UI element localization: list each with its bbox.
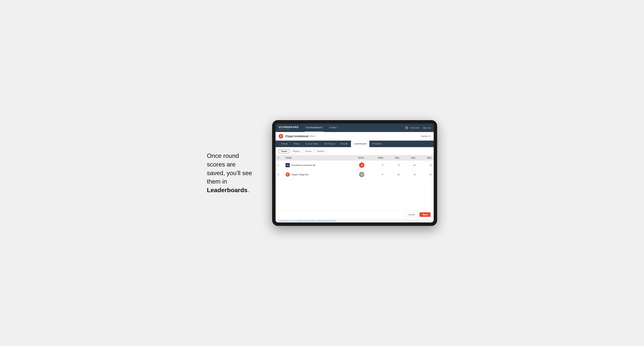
tournament-name: Clippd Invitational <box>285 135 308 138</box>
tab-tee-groups[interactable]: Tee Groups <box>322 141 338 147</box>
url-text: https://stage-blue-coach.stagescoreboard… <box>279 220 336 222</box>
cancel-button[interactable]: Cancel <box>405 212 418 217</box>
tournament-cancel-button[interactable]: Cancel ✕ <box>421 135 430 138</box>
footer-bar: Cancel Save <box>276 210 434 219</box>
team-name-2: C Clippd College [A] <box>283 170 346 179</box>
thru-2: F <box>367 170 386 179</box>
tab-course-setup[interactable]: Course Setup <box>303 141 321 147</box>
team-logo-1: SU <box>286 163 290 167</box>
rd3-2: +3 <box>418 170 434 179</box>
table-header-row: # TEAM TOTAL THRU RD1 RD2 RD3 <box>276 155 434 161</box>
tab-printables[interactable]: Printables <box>370 141 384 147</box>
table-row: 1 SU Scoreboard University [A] -5 F <box>276 161 434 170</box>
page-wrapper: Once round scores are saved, you'll see … <box>188 120 456 226</box>
col-rank: # <box>276 155 283 161</box>
sign-out-link[interactable]: Sign out <box>423 127 430 129</box>
tab-navigation: Details Teams Course Setup Tee Groups Re… <box>276 141 434 147</box>
left-text-block: Once round scores are saved, you'll see … <box>207 152 260 194</box>
rd1-2: +8 <box>386 170 402 179</box>
tablet-screen: SCOREBOARD Powered by clippd TOURNAMENTS… <box>276 124 434 222</box>
score-badge-1: -5 <box>359 163 364 168</box>
total-2: +3 <box>346 170 367 179</box>
left-text-line2: scores are <box>207 161 236 168</box>
cancel-x-icon: ✕ <box>429 135 430 138</box>
nav-tournaments[interactable]: TOURNAMENTS <box>305 124 324 132</box>
rank-2: 2 <box>276 170 283 179</box>
nav-teams[interactable]: TEAMS <box>328 124 337 132</box>
left-text-line4: them in <box>207 178 227 185</box>
col-total: TOTAL <box>346 155 367 161</box>
total-1: -5 <box>346 161 367 170</box>
col-rd2: RD2 <box>402 155 418 161</box>
sub-tab-players[interactable]: Players <box>290 149 302 153</box>
left-text-line3: saved, you'll see <box>207 170 252 176</box>
left-text-period: . <box>248 186 249 193</box>
rd2-1: +5 <box>402 161 418 170</box>
leaderboard-table: # TEAM TOTAL THRU RD1 RD2 RD3 1 <box>276 155 434 179</box>
rd1-1: -4 <box>386 161 402 170</box>
powered-by: Powered by clippd <box>279 129 298 130</box>
nav-right: S Test User | Sign out <box>404 126 430 130</box>
leaderboard-table-container: # TEAM TOTAL THRU RD1 RD2 RD3 1 <box>276 155 434 179</box>
tablet-device: SCOREBOARD Powered by clippd TOURNAMENTS… <box>272 120 437 226</box>
tab-teams[interactable]: Teams <box>291 141 302 147</box>
rank-1: 1 <box>276 161 283 170</box>
logo-text: SCOREBOARD <box>279 126 298 129</box>
col-rd3: RD3 <box>418 155 434 161</box>
sub-tab-scores[interactable]: Scores <box>303 149 314 153</box>
team-name-1: SU Scoreboard University [A] <box>283 161 346 170</box>
user-avatar: S <box>404 126 409 130</box>
tournament-logo: C <box>279 134 283 139</box>
url-bar: https://stage-blue-coach.stagescoreboard… <box>276 219 434 222</box>
tournament-header: C Clippd Invitational (Men) Cancel ✕ <box>276 132 434 141</box>
tab-leaderboards[interactable]: Leaderboards <box>351 141 370 147</box>
left-text-line1: Once round <box>207 152 239 159</box>
col-rd1: RD1 <box>386 155 402 161</box>
tab-results[interactable]: Results <box>338 141 350 147</box>
col-team: TEAM <box>283 155 346 161</box>
tab-details[interactable]: Details <box>279 141 290 147</box>
sub-tab-strokes[interactable]: Strokes <box>315 149 326 153</box>
content-area <box>276 179 434 210</box>
table-row: 2 C Clippd College [A] +3 F <box>276 170 434 179</box>
nav-bar: SCOREBOARD Powered by clippd TOURNAMENTS… <box>276 124 434 132</box>
score-badge-2: +3 <box>359 172 364 177</box>
rd3-1: -6 <box>418 161 434 170</box>
app-logo: SCOREBOARD Powered by clippd <box>279 126 298 130</box>
col-thru: THRU <box>367 155 386 161</box>
user-name: Test User <box>410 127 419 129</box>
left-text-bold: Leaderboards <box>207 186 248 193</box>
nav-divider: | <box>421 127 422 129</box>
sub-tab-teams[interactable]: Teams <box>279 149 290 153</box>
sub-tab-navigation: Teams Players Scores Strokes <box>276 147 434 155</box>
tournament-gender: (Men) <box>310 135 316 138</box>
rd2-2: -8 <box>402 170 418 179</box>
team-logo-2: C <box>286 173 290 177</box>
save-button[interactable]: Save <box>420 212 430 217</box>
thru-1: F <box>367 161 386 170</box>
